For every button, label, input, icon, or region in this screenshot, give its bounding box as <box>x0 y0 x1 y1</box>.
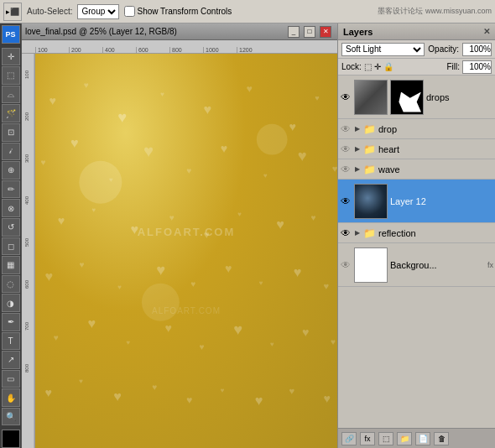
marquee-tool[interactable]: ⬚ <box>2 66 20 85</box>
canvas-watermark2: ALFOART.COM <box>152 305 221 315</box>
top-toolbar: ▸⬛ Auto-Select: Group Show Transform Con… <box>0 0 495 23</box>
main-area: PS ✛ ⬚ ⌓ 🪄 ⊡ 𝒾 ⊕ ✏ ⊗ ↺ ◻ ▦ ◌ ◑ ✒ T ↗ ▭ ✋… <box>0 23 495 448</box>
window-close-btn[interactable]: ✕ <box>320 26 331 38</box>
eye-icon-wave[interactable]: 👁 <box>341 164 351 175</box>
blur-tool[interactable]: ◌ <box>2 275 20 294</box>
folder-arrow-heart[interactable]: ▶ <box>355 145 360 153</box>
layer-item[interactable]: 👁 drops <box>338 76 495 119</box>
foreground-color[interactable] <box>2 430 20 448</box>
eraser-tool[interactable]: ◻ <box>2 237 20 256</box>
svg-text:♥: ♥ <box>263 172 268 180</box>
ruler-top: 100 200 400 600 800 1000 1200 <box>22 40 337 54</box>
ruler-mark-1: 200 <box>69 47 102 53</box>
add-fx-btn[interactable]: fx <box>360 432 375 445</box>
svg-text:♥: ♥ <box>40 158 45 167</box>
svg-text:♥: ♥ <box>58 214 65 227</box>
gradient-tool[interactable]: ▦ <box>2 256 20 274</box>
ruler-marks: 100 200 400 600 800 1000 1200 <box>35 47 270 53</box>
zoom-tool[interactable]: 🔍 <box>2 408 20 426</box>
panel-close-btn[interactable]: ✕ <box>483 27 490 36</box>
canvas-image[interactable]: ♥ ♥ ♥ ♥ ♥ ♥ ♥ ♥ ♥ ♥ ♥ ♥ ♥ ♥ ♥ ♥ ♥ <box>35 54 337 448</box>
svg-text:♥: ♥ <box>109 176 113 184</box>
brush-tool[interactable]: ✏ <box>2 180 20 199</box>
new-layer-btn[interactable]: 📄 <box>415 432 430 445</box>
magic-wand-tool[interactable]: 🪄 <box>2 104 20 122</box>
eye-icon-drops[interactable]: 👁 <box>341 91 351 103</box>
layer-visibility-reflection[interactable]: 👁 <box>340 227 352 239</box>
move-tool[interactable]: ✛ <box>2 48 20 66</box>
move-tool-btn[interactable]: ▸⬛ <box>3 3 22 21</box>
delete-layer-btn[interactable]: 🗑 <box>434 432 449 445</box>
folder-arrow-drop[interactable]: ▶ <box>355 125 360 133</box>
pen-tool[interactable]: ✒ <box>2 313 20 331</box>
svg-text:♥: ♥ <box>156 261 165 279</box>
layer-item[interactable]: 👁 ▶ 📁 heart <box>338 139 495 159</box>
ruler-mark-5: 1000 <box>203 47 237 53</box>
eye-icon-bg[interactable]: 👁 <box>341 259 351 271</box>
layers-panel: Layers ✕ Soft Light Opacity: Lock: ⬚ ✛ 🔒… <box>337 23 495 448</box>
layer-visibility-layer12[interactable]: 👁 <box>340 195 352 207</box>
layers-list: 👁 drops 👁 ▶ 📁 drop <box>338 76 495 428</box>
opacity-input[interactable] <box>462 43 492 56</box>
layer-item[interactable]: 👁 ▶ 📁 wave <box>338 159 495 180</box>
layer-visibility-heart[interactable]: 👁 <box>340 143 352 155</box>
shape-tool[interactable]: ▭ <box>2 370 20 388</box>
svg-text:♥: ♥ <box>88 315 96 331</box>
svg-text:♥: ♥ <box>331 337 336 346</box>
layer-visibility-bg[interactable]: 👁 <box>340 259 352 271</box>
layer-visibility-wave[interactable]: 👁 <box>340 164 352 175</box>
lock-move-icon[interactable]: ✛ <box>374 62 381 71</box>
eye-icon-reflection[interactable]: 👁 <box>341 227 351 239</box>
blend-mode-select[interactable]: Soft Light <box>341 43 425 56</box>
lock-pixel-icon[interactable]: ⬚ <box>364 62 372 71</box>
clone-tool[interactable]: ⊗ <box>2 199 20 217</box>
crop-tool[interactable]: ⊡ <box>2 123 20 142</box>
hearts-overlay: ♥ ♥ ♥ ♥ ♥ ♥ ♥ ♥ ♥ ♥ ♥ ♥ ♥ ♥ ♥ ♥ ♥ <box>35 54 337 448</box>
svg-text:♥: ♥ <box>247 83 253 95</box>
eye-icon-drop[interactable]: 👁 <box>341 123 351 135</box>
layer-item[interactable]: 👁 Backgrou... fx <box>338 243 495 287</box>
eye-icon-layer12[interactable]: 👁 <box>341 195 351 207</box>
fill-input[interactable] <box>462 60 492 74</box>
folder-arrow-reflection[interactable]: ▶ <box>355 229 360 237</box>
svg-text:♥: ♥ <box>152 383 157 392</box>
history-brush[interactable]: ↺ <box>2 218 20 237</box>
new-group-btn[interactable]: 📁 <box>397 432 412 445</box>
folder-icon-drop: 📁 <box>363 123 376 135</box>
path-tool[interactable]: ↗ <box>2 351 20 369</box>
layer-visibility-drops[interactable]: 👁 <box>340 91 352 103</box>
window-minimize-btn[interactable]: _ <box>288 26 300 38</box>
lasso-tool[interactable]: ⌓ <box>2 86 20 104</box>
folder-icon-wave: 📁 <box>363 164 376 175</box>
eye-icon-heart[interactable]: 👁 <box>341 143 351 155</box>
group-select[interactable]: Group <box>77 4 119 19</box>
layer-item-active[interactable]: 👁 Layer 12 <box>338 180 495 223</box>
opacity-label: Opacity: <box>428 44 459 54</box>
layer-mask-thumb-drops <box>390 80 424 115</box>
transform-checkbox-label[interactable]: Show Transform Controls <box>124 6 232 17</box>
lock-all-icon[interactable]: 🔒 <box>383 62 393 71</box>
canvas-title: love_final.psd @ 25% (Layer 12, RGB/8) <box>25 27 177 36</box>
type-tool[interactable]: T <box>2 332 20 351</box>
dodge-tool[interactable]: ◑ <box>2 294 20 312</box>
heal-tool[interactable]: ⊕ <box>2 161 20 180</box>
svg-text:♥: ♥ <box>270 341 274 348</box>
add-mask-btn[interactable]: ⬚ <box>378 432 393 445</box>
svg-text:♥: ♥ <box>332 164 337 174</box>
layer-item[interactable]: 👁 ▶ 📁 drop <box>338 119 495 139</box>
eyedropper-tool[interactable]: 𝒾 <box>2 143 20 161</box>
lock-label: Lock: <box>341 62 362 71</box>
hand-tool[interactable]: ✋ <box>2 388 20 407</box>
svg-text:♥: ♥ <box>259 279 263 287</box>
svg-text:♥: ♥ <box>190 279 195 289</box>
window-maximize-btn[interactable]: □ <box>304 26 315 38</box>
ruler-mark-0: 100 <box>35 47 69 53</box>
layer-item[interactable]: 👁 ▶ 📁 reflection <box>338 223 495 243</box>
folder-arrow-wave[interactable]: ▶ <box>355 165 360 173</box>
transform-checkbox[interactable] <box>124 6 135 17</box>
link-layers-btn[interactable]: 🔗 <box>341 432 357 445</box>
svg-text:♥: ♥ <box>160 91 164 98</box>
layer-fx-icon[interactable]: fx <box>487 261 493 269</box>
layer-visibility-drop[interactable]: 👁 <box>340 123 352 135</box>
svg-text:♥: ♥ <box>323 281 329 291</box>
